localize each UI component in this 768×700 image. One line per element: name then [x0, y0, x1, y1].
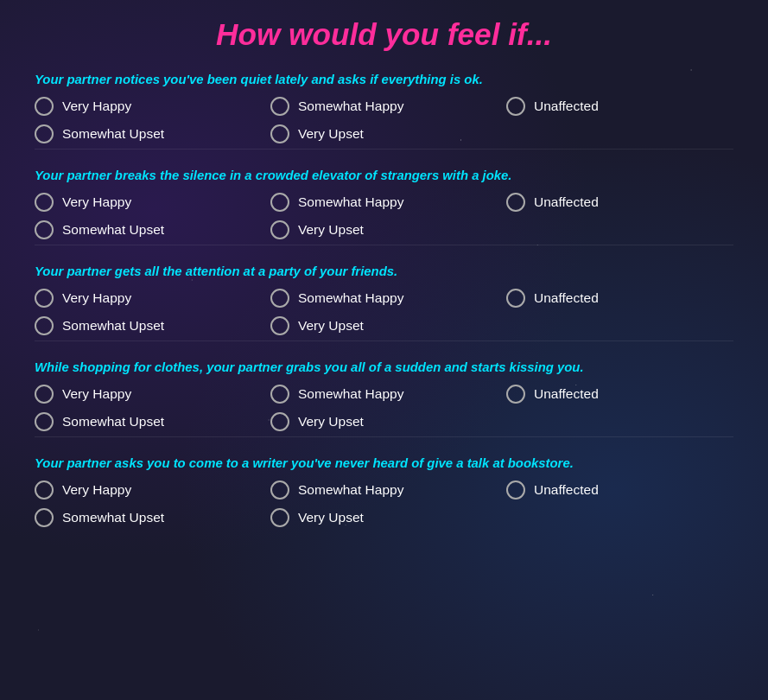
options-grid-q1: Very HappySomewhat UpsetSomewhat HappyVe… [35, 95, 733, 145]
question-text-q4: While shopping for clothes, your partner… [35, 360, 733, 374]
radio-q3-vh[interactable] [35, 289, 54, 308]
option-label-q3-vu: Very Upset [298, 318, 364, 334]
option-q1-vh[interactable]: Very Happy [35, 95, 262, 118]
radio-q5-un[interactable] [506, 480, 525, 500]
option-q2-vh[interactable]: Very Happy [35, 191, 262, 213]
option-q5-sh[interactable]: Somewhat Happy [270, 479, 498, 501]
option-label-q5-su: Somewhat Upset [62, 510, 164, 525]
option-label-q1-sh: Somewhat Happy [298, 99, 403, 114]
option-label-q5-sh: Somewhat Happy [298, 482, 403, 498]
radio-q2-un[interactable] [506, 193, 525, 212]
option-label-q1-vh: Very Happy [62, 99, 131, 114]
divider-3 [35, 436, 733, 437]
option-label-q3-su: Somewhat Upset [62, 318, 164, 334]
radio-q2-sh[interactable] [270, 193, 289, 212]
question-block-q2: Your partner breaks the silence in a cro… [35, 169, 733, 245]
radio-q4-vu[interactable] [270, 412, 289, 431]
option-label-q4-vu: Very Upset [298, 414, 364, 430]
question-block-q5: Your partner asks you to come to a write… [35, 456, 733, 529]
option-label-q5-vu: Very Upset [298, 510, 364, 525]
radio-q2-su[interactable] [35, 220, 54, 239]
question-text-q5: Your partner asks you to come to a write… [35, 456, 733, 470]
options-grid-q4: Very HappySomewhat UpsetSomewhat HappyVe… [35, 383, 733, 433]
option-label-q2-su: Somewhat Upset [62, 222, 164, 238]
page-title: How would you feel if... [35, 17, 733, 52]
radio-q5-su[interactable] [35, 508, 54, 527]
radio-q4-un[interactable] [506, 385, 525, 404]
option-q1-vu[interactable]: Very Upset [270, 123, 498, 145]
option-q4-sh[interactable]: Somewhat Happy [270, 383, 498, 405]
questions-container: Your partner notices you've been quiet l… [35, 73, 733, 529]
option-q5-vu[interactable]: Very Upset [270, 506, 498, 529]
radio-q1-vu[interactable] [270, 124, 289, 143]
option-label-q3-un: Unaffected [534, 290, 599, 306]
radio-q5-vu[interactable] [270, 508, 289, 527]
option-q4-vh[interactable]: Very Happy [35, 383, 262, 405]
option-q1-sh[interactable]: Somewhat Happy [270, 95, 498, 118]
question-text-q2: Your partner breaks the silence in a cro… [35, 169, 733, 182]
options-grid-q3: Very HappySomewhat UpsetSomewhat HappyVe… [35, 287, 733, 337]
option-label-q2-vh: Very Happy [62, 194, 131, 210]
option-label-q1-vu: Very Upset [298, 126, 364, 142]
option-q2-sh[interactable]: Somewhat Happy [270, 191, 498, 213]
radio-q1-sh[interactable] [270, 97, 289, 116]
option-q3-vh[interactable]: Very Happy [35, 287, 262, 309]
radio-q1-un[interactable] [506, 97, 525, 116]
option-label-q2-un: Unaffected [534, 194, 599, 210]
question-text-q1: Your partner notices you've been quiet l… [35, 73, 733, 86]
option-label-q1-un: Unaffected [534, 99, 599, 114]
option-label-q2-vu: Very Upset [298, 222, 364, 238]
divider-0 [35, 149, 733, 150]
options-grid-q5: Very HappySomewhat UpsetSomewhat HappyVe… [35, 479, 733, 529]
option-q2-vu[interactable]: Very Upset [270, 219, 498, 241]
option-q3-su[interactable]: Somewhat Upset [35, 315, 262, 337]
option-label-q3-vh: Very Happy [62, 290, 131, 306]
question-block-q4: While shopping for clothes, your partner… [35, 360, 733, 437]
option-q3-vu[interactable]: Very Upset [270, 315, 498, 337]
radio-q5-vh[interactable] [35, 480, 54, 500]
option-q2-su[interactable]: Somewhat Upset [35, 219, 262, 241]
option-q3-sh[interactable]: Somewhat Happy [270, 287, 498, 309]
radio-q4-vh[interactable] [35, 385, 54, 404]
radio-q4-su[interactable] [35, 412, 54, 431]
question-text-q3: Your partner gets all the attention at a… [35, 264, 733, 278]
radio-q1-vh[interactable] [35, 97, 54, 116]
option-q5-su[interactable]: Somewhat Upset [35, 506, 262, 529]
options-grid-q2: Very HappySomewhat UpsetSomewhat HappyVe… [35, 191, 733, 241]
option-label-q4-vh: Very Happy [62, 386, 131, 402]
radio-q3-un[interactable] [506, 289, 525, 308]
radio-q5-sh[interactable] [270, 480, 289, 500]
option-q4-un[interactable]: Unaffected [506, 383, 733, 405]
radio-q3-vu[interactable] [270, 316, 289, 335]
option-label-q4-sh: Somewhat Happy [298, 386, 403, 402]
option-q4-vu[interactable]: Very Upset [270, 410, 498, 433]
option-label-q1-su: Somewhat Upset [62, 126, 164, 142]
radio-q2-vh[interactable] [35, 193, 54, 212]
option-label-q2-sh: Somewhat Happy [298, 194, 403, 210]
option-q1-un[interactable]: Unaffected [506, 95, 733, 118]
radio-q3-sh[interactable] [270, 289, 289, 308]
question-block-q3: Your partner gets all the attention at a… [35, 264, 733, 341]
option-q2-un[interactable]: Unaffected [506, 191, 733, 213]
option-label-q5-un: Unaffected [534, 482, 599, 498]
option-label-q4-un: Unaffected [534, 386, 599, 402]
option-q1-su[interactable]: Somewhat Upset [35, 123, 262, 145]
option-label-q3-sh: Somewhat Happy [298, 290, 403, 306]
divider-1 [35, 245, 733, 245]
option-label-q4-su: Somewhat Upset [62, 414, 164, 430]
radio-q1-su[interactable] [35, 124, 54, 143]
radio-q3-su[interactable] [35, 316, 54, 335]
radio-q2-vu[interactable] [270, 220, 289, 239]
option-label-q5-vh: Very Happy [62, 482, 131, 498]
option-q4-su[interactable]: Somewhat Upset [35, 410, 262, 433]
radio-q4-sh[interactable] [270, 385, 289, 404]
option-q3-un[interactable]: Unaffected [506, 287, 733, 309]
option-q5-vh[interactable]: Very Happy [35, 479, 262, 501]
question-block-q1: Your partner notices you've been quiet l… [35, 73, 733, 150]
divider-2 [35, 340, 733, 341]
option-q5-un[interactable]: Unaffected [506, 479, 733, 501]
